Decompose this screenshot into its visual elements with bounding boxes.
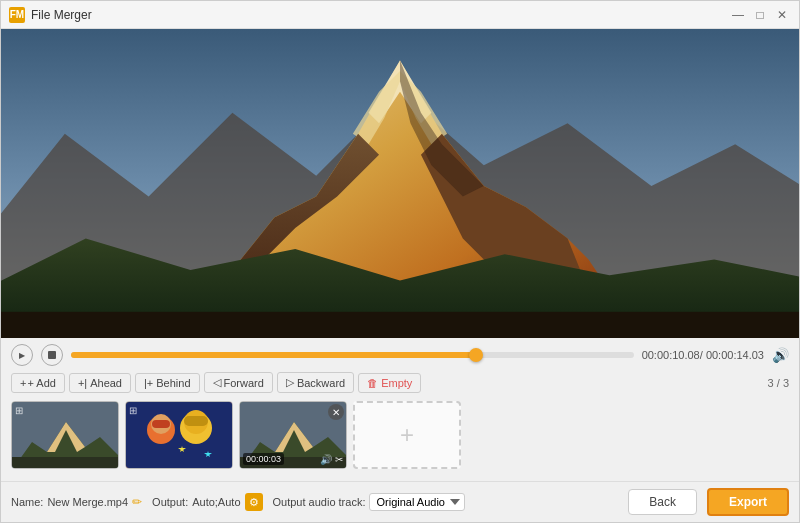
stop-button[interactable] (41, 344, 63, 366)
ahead-button[interactable]: +| Ahead (69, 373, 131, 393)
name-label: Name: (11, 496, 43, 508)
forward-icon: ◁ (213, 376, 221, 389)
clip-item-1[interactable]: ⊞ (11, 401, 119, 469)
svg-rect-20 (184, 416, 208, 426)
clip-1-grid-icon: ⊞ (15, 405, 23, 416)
clip-3-overlay: 00:00:03 🔊 ✂ (243, 453, 343, 465)
behind-icon: |+ (144, 377, 153, 389)
video-frame (1, 29, 799, 338)
trash-icon: 🗑 (367, 377, 378, 389)
video-display (1, 29, 799, 338)
progress-bar[interactable] (71, 352, 634, 358)
progress-row: ▶ 00:00:10.08/ 00:00:14.03 🔊 (11, 344, 789, 366)
scissors-icon: ✂ (335, 454, 343, 465)
add-button[interactable]: + + Add (11, 373, 65, 393)
window-controls: — □ ✕ (729, 6, 791, 24)
name-value: New Merge.mp4 (47, 496, 128, 508)
behind-button[interactable]: |+ Behind (135, 373, 200, 393)
clip-2-thumbnail (126, 402, 233, 469)
output-settings-icon[interactable]: ⚙ (245, 493, 263, 511)
empty-button[interactable]: 🗑 Empty (358, 373, 421, 393)
forward-button[interactable]: ◁ Forward (204, 372, 273, 393)
add-clip-plus-icon: + (400, 421, 414, 449)
backward-icon: ▷ (286, 376, 294, 389)
app-icon: FM (9, 7, 25, 23)
svg-rect-14 (126, 402, 233, 469)
clips-row: ⊞ ⊞ (11, 401, 789, 469)
clip-2-grid-icon: ⊞ (129, 405, 137, 416)
export-button[interactable]: Export (707, 488, 789, 516)
output-section: Output: Auto;Auto ⚙ (152, 493, 262, 511)
titlebar: FM File Merger — □ ✕ (1, 1, 799, 29)
controls-area: ▶ 00:00:10.08/ 00:00:14.03 🔊 + + Add +| (1, 338, 799, 481)
main-window: FM File Merger — □ ✕ (0, 0, 800, 523)
progress-handle (469, 348, 483, 362)
backward-button[interactable]: ▷ Backward (277, 372, 354, 393)
volume-button[interactable]: 🔊 (772, 347, 789, 363)
audio-icon: 🔊 (320, 454, 332, 465)
video-area (1, 29, 799, 338)
svg-rect-9 (1, 312, 799, 338)
bottom-bar: Name: New Merge.mp4 ✏ Output: Auto;Auto … (1, 481, 799, 522)
clip-3-icons: 🔊 ✂ (320, 454, 343, 465)
name-edit-icon[interactable]: ✏ (132, 495, 142, 509)
add-clip-button[interactable]: + (353, 401, 461, 469)
stop-icon (48, 351, 56, 359)
add-icon: + (20, 377, 26, 389)
svg-rect-17 (152, 420, 170, 428)
maximize-button[interactable]: □ (751, 6, 769, 24)
svg-rect-13 (12, 457, 119, 469)
audio-track-label: Output audio track: (273, 496, 366, 508)
minimize-button[interactable]: — (729, 6, 747, 24)
progress-fill (71, 352, 476, 358)
clip-item-3[interactable]: ✕ 00:00:03 🔊 ✂ (239, 401, 347, 469)
output-label: Output: (152, 496, 188, 508)
audio-section: Output audio track: Original Audio Track… (273, 493, 466, 511)
output-value: Auto;Auto (192, 496, 240, 508)
window-title: File Merger (31, 8, 729, 22)
clip-3-time: 00:00:03 (243, 453, 284, 465)
audio-track-select[interactable]: Original Audio Track 1 Track 2 (369, 493, 465, 511)
clip-3-close-button[interactable]: ✕ (328, 404, 344, 420)
time-display: 00:00:10.08/ 00:00:14.03 (642, 349, 764, 361)
close-button[interactable]: ✕ (773, 6, 791, 24)
back-button[interactable]: Back (628, 489, 697, 515)
page-counter: 3 / 3 (768, 377, 789, 389)
clip-1-thumbnail (12, 402, 119, 469)
toolbar-row: + + Add +| Ahead |+ Behind ◁ Forward ▷ B… (11, 372, 789, 393)
name-section: Name: New Merge.mp4 ✏ (11, 495, 142, 509)
ahead-icon: +| (78, 377, 87, 389)
clip-item-2[interactable]: ⊞ (125, 401, 233, 469)
play-button[interactable]: ▶ (11, 344, 33, 366)
